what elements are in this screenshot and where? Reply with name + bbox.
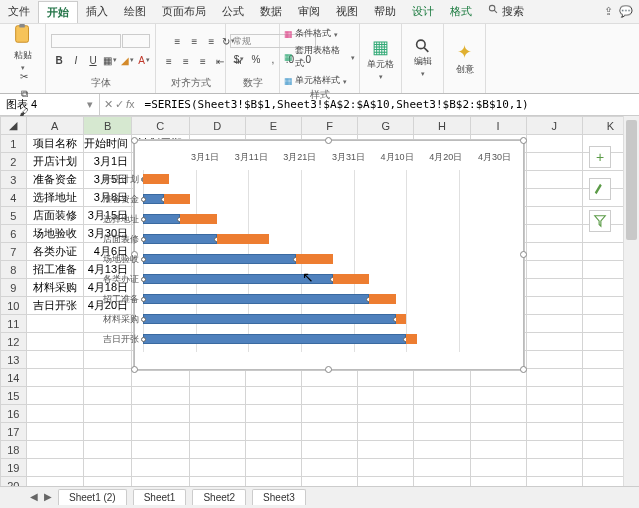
row-header[interactable]: 11 [1, 315, 27, 333]
cell[interactable]: 各类办证 [26, 243, 84, 261]
menu-file[interactable]: 文件 [0, 1, 38, 22]
chart-bar-series-0[interactable] [143, 314, 396, 324]
row-header[interactable]: 10 [1, 297, 27, 315]
row-header[interactable]: 12 [1, 333, 27, 351]
menu-design[interactable]: 设计 [404, 1, 442, 22]
vertical-scrollbar[interactable] [623, 116, 639, 506]
worksheet[interactable]: ◢ A B C D E F G H I J K 1 项目名称 开始时间 计划周期… [0, 116, 639, 506]
chart-bar-series-1[interactable] [143, 174, 169, 184]
cell[interactable]: 开店计划 [26, 153, 84, 171]
row-header[interactable]: 9 [1, 279, 27, 297]
cell[interactable] [26, 459, 84, 477]
chart-styles-button[interactable] [589, 178, 611, 200]
col-header-b[interactable]: B [84, 117, 132, 135]
align-top-icon[interactable]: ≡ [170, 33, 186, 49]
cell[interactable] [132, 423, 190, 441]
name-box[interactable]: 图表 4▾ [0, 94, 100, 115]
paste-button[interactable]: 粘贴 [8, 26, 38, 66]
cell[interactable] [26, 369, 84, 387]
italic-button[interactable]: I [68, 52, 84, 68]
cell[interactable] [84, 351, 132, 369]
chart-bar-series-1[interactable] [164, 194, 190, 204]
cell[interactable] [26, 423, 84, 441]
chart-bar-series-0[interactable] [143, 214, 180, 224]
cell[interactable]: 准备资金 [26, 171, 84, 189]
row-header[interactable]: 7 [1, 243, 27, 261]
chart-bar-series-1[interactable] [396, 314, 407, 324]
menu-view[interactable]: 视图 [328, 1, 366, 22]
align-left-icon[interactable]: ≡ [161, 53, 177, 69]
chart-bar-series-0[interactable] [143, 294, 369, 304]
table-format-button[interactable]: ▦套用表格格式 [284, 43, 355, 71]
menu-draw[interactable]: 绘图 [116, 1, 154, 22]
cell[interactable]: 材料采购 [26, 279, 84, 297]
align-mid-icon[interactable]: ≡ [187, 33, 203, 49]
menu-formulas[interactable]: 公式 [214, 1, 252, 22]
chart-bar-series-0[interactable] [143, 334, 406, 344]
comma-icon[interactable]: , [265, 51, 281, 67]
fill-color-button[interactable]: ◢ [119, 52, 135, 68]
formula-input[interactable]: =SERIES(Sheet3!$B$1,Sheet3!$A$2:$A$10,Sh… [139, 96, 639, 113]
col-header-f[interactable]: F [301, 117, 357, 135]
cell[interactable] [26, 405, 84, 423]
row-header[interactable]: 15 [1, 387, 27, 405]
col-header-h[interactable]: H [414, 117, 470, 135]
cell[interactable] [84, 423, 132, 441]
cell-style-button[interactable]: ▦单元格样式 [284, 73, 347, 88]
row-header[interactable]: 17 [1, 423, 27, 441]
cells-button[interactable]: ▦单元格 [366, 38, 396, 78]
align-bot-icon[interactable]: ≡ [204, 33, 220, 49]
cond-format-button[interactable]: ▦条件格式 [284, 26, 338, 41]
align-right-icon[interactable]: ≡ [195, 53, 211, 69]
chart-bar-series-1[interactable] [180, 214, 217, 224]
cell[interactable] [26, 351, 84, 369]
menu-insert[interactable]: 插入 [78, 1, 116, 22]
font-color-button[interactable]: A [136, 52, 152, 68]
menu-home[interactable]: 开始 [38, 1, 78, 23]
menu-data[interactable]: 数据 [252, 1, 290, 22]
row-header[interactable]: 14 [1, 369, 27, 387]
cell[interactable] [132, 441, 190, 459]
chart-object[interactable]: 3月1日3月11日3月21日3月31日4月10日4月20日4月30日 开店计划准… [134, 140, 524, 370]
cell[interactable] [132, 459, 190, 477]
cell[interactable]: 开始时间 [84, 135, 132, 153]
enter-icon[interactable]: ✓ [115, 98, 124, 111]
row-header[interactable]: 13 [1, 351, 27, 369]
row-header[interactable]: 3 [1, 171, 27, 189]
menu-format[interactable]: 格式 [442, 1, 480, 22]
cell[interactable] [84, 387, 132, 405]
creative-button[interactable]: ✦创意 [450, 38, 480, 78]
row-header[interactable]: 2 [1, 153, 27, 171]
cell[interactable] [84, 459, 132, 477]
menu-review[interactable]: 审阅 [290, 1, 328, 22]
tab-nav-prev[interactable]: ◀ [30, 491, 38, 502]
chart-bar-series-1[interactable] [296, 254, 333, 264]
row-header[interactable]: 18 [1, 441, 27, 459]
chart-bar-series-1[interactable] [217, 234, 270, 244]
row-header[interactable]: 6 [1, 225, 27, 243]
align-center-icon[interactable]: ≡ [178, 53, 194, 69]
cell[interactable] [84, 369, 132, 387]
col-header-j[interactable]: J [526, 117, 582, 135]
chart-bar-series-1[interactable] [369, 294, 395, 304]
editing-button[interactable]: 编辑 [408, 38, 438, 78]
cancel-icon[interactable]: ✕ [104, 98, 113, 111]
col-header-i[interactable]: I [470, 117, 526, 135]
cell[interactable]: 场地验收 [26, 225, 84, 243]
menu-search[interactable]: 搜索 [480, 1, 532, 22]
underline-button[interactable]: U [85, 52, 101, 68]
fx-icon[interactable]: fx [126, 98, 135, 111]
cell[interactable] [132, 405, 190, 423]
cell[interactable] [84, 441, 132, 459]
tab-nav-next[interactable]: ▶ [44, 491, 52, 502]
percent-icon[interactable]: % [248, 51, 264, 67]
sheet-tab[interactable]: Sheet2 [192, 489, 246, 505]
sheet-tabs[interactable]: ◀ ▶ Sheet1 (2) Sheet1 Sheet2 Sheet3 [0, 486, 639, 506]
chart-bar-series-1[interactable] [406, 334, 417, 344]
cut-icon[interactable]: ✂ [16, 68, 32, 84]
col-header-e[interactable]: E [245, 117, 301, 135]
col-header-g[interactable]: G [358, 117, 414, 135]
cell[interactable] [26, 333, 84, 351]
border-button[interactable]: ▦ [102, 52, 118, 68]
cell[interactable]: 选择地址 [26, 189, 84, 207]
